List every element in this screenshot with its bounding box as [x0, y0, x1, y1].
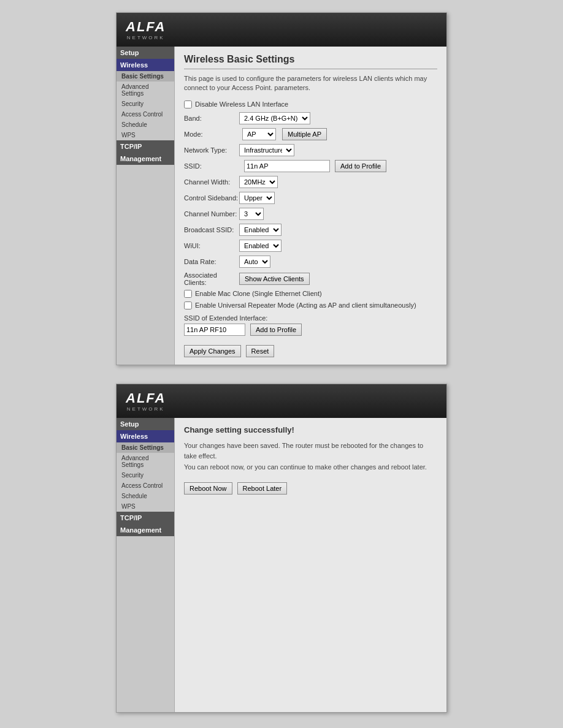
sidebar2-item-security[interactable]: Security	[117, 470, 174, 480]
data-rate-select[interactable]: Auto	[239, 256, 270, 268]
mode-row: Mode: AP Multiple AP	[184, 128, 437, 140]
network-type-row: Network Type: Infrastructure	[184, 144, 437, 156]
disable-wireless-row: Disable Wireless LAN Interface	[184, 100, 437, 108]
ssid-input[interactable]	[244, 160, 330, 172]
extended-ssid-input[interactable]	[184, 324, 245, 336]
control-sideband-row: Control Sideband: Upper	[184, 192, 437, 204]
ssid-row: SSID: Add to Profile	[184, 160, 437, 172]
sidebar-item-wps[interactable]: WPS	[117, 130, 174, 140]
page-description1: This page is used to configure the param…	[184, 74, 437, 93]
sidebar1: Setup Wireless Basic Settings Advanced S…	[117, 47, 175, 365]
multiple-ap-button[interactable]: Multiple AP	[282, 128, 327, 140]
sidebar-management[interactable]: Management	[117, 153, 174, 165]
sidebar-item-security[interactable]: Security	[117, 99, 174, 109]
success-desc-line1: Your changes have been saved. The router…	[184, 441, 437, 462]
channel-number-select[interactable]: 3	[239, 208, 264, 220]
sidebar-item-advanced-settings[interactable]: Advanced Settings	[117, 82, 174, 99]
mode-label: Mode:	[184, 131, 239, 138]
add-to-profile-button[interactable]: Add to Profile	[335, 160, 386, 172]
action-buttons1: Apply Changes Reset	[184, 345, 437, 357]
main-content2: Change setting successfully! Your change…	[175, 418, 446, 712]
success-title: Change setting successfully!	[184, 425, 437, 434]
channel-number-row: Channel Number: 3	[184, 208, 437, 220]
disable-wireless-checkbox[interactable]	[184, 100, 192, 108]
sidebar2-item-basic-settings[interactable]: Basic Settings	[117, 442, 174, 453]
panel2-header: ALFA NETWORK	[117, 384, 446, 418]
sidebar-setup[interactable]: Setup	[117, 47, 174, 59]
control-sideband-label: Control Sideband:	[184, 194, 239, 202]
sidebar2-setup[interactable]: Setup	[117, 418, 174, 430]
disable-wireless-label: Disable Wireless LAN Interface	[195, 100, 288, 108]
universal-repeater-checkbox[interactable]	[184, 301, 192, 309]
sidebar2-item-schedule[interactable]: Schedule	[117, 491, 174, 501]
channel-width-select[interactable]: 20MHz	[239, 176, 278, 188]
band-select[interactable]: 2.4 GHz (B+G+N)	[239, 112, 310, 124]
channel-width-row: Channel Width: 20MHz	[184, 176, 437, 188]
reboot-now-button[interactable]: Reboot Now	[184, 482, 232, 495]
sidebar2: Setup Wireless Basic Settings Advanced S…	[117, 418, 175, 712]
associated-clients-row: Associated Clients: Show Active Clients	[184, 271, 437, 286]
network-type-label: Network Type:	[184, 146, 239, 154]
alfa-logo: ALFA NETWORK	[126, 19, 166, 40]
extended-ssid-label: SSID of Extended Interface:	[184, 314, 437, 322]
panel1-header: ALFA NETWORK	[117, 13, 446, 47]
broadcast-ssid-select[interactable]: Enabled	[239, 224, 282, 236]
universal-repeater-row: Enable Universal Repeater Mode (Acting a…	[184, 301, 437, 309]
band-label: Band:	[184, 115, 239, 122]
mac-clone-row: Enable Mac Clone (Single Ethernet Client…	[184, 290, 437, 298]
broadcast-ssid-row: Broadcast SSID: Enabled	[184, 224, 437, 236]
sidebar-item-basic-settings[interactable]: Basic Settings	[117, 71, 174, 82]
extended-ssid-section: SSID of Extended Interface: Add to Profi…	[184, 314, 437, 336]
wiui-label: WiUI:	[184, 242, 239, 249]
reboot-later-button[interactable]: Reboot Later	[237, 482, 288, 495]
broadcast-ssid-label: Broadcast SSID:	[184, 226, 239, 233]
show-active-clients-button[interactable]: Show Active Clients	[239, 273, 310, 285]
extended-ssid-row: Add to Profile	[184, 324, 437, 336]
data-rate-label: Data Rate:	[184, 258, 239, 265]
universal-repeater-label: Enable Universal Repeater Mode (Acting a…	[195, 301, 416, 309]
page-title1: Wireless Basic Settings	[184, 54, 437, 69]
success-desc-line2: You can reboot now, or you can continue …	[184, 462, 437, 473]
sidebar-item-access-control[interactable]: Access Control	[117, 109, 174, 119]
main-content1: Wireless Basic Settings This page is use…	[175, 47, 446, 365]
reset-button[interactable]: Reset	[246, 345, 275, 357]
alfa-logo2: ALFA NETWORK	[126, 390, 166, 412]
mode-select[interactable]: AP	[242, 128, 276, 140]
ssid-label: SSID:	[184, 162, 239, 170]
sidebar2-item-advanced-settings[interactable]: Advanced Settings	[117, 453, 174, 470]
mac-clone-checkbox[interactable]	[184, 290, 192, 298]
sidebar2-item-wps[interactable]: WPS	[117, 501, 174, 512]
add-to-profile-button2[interactable]: Add to Profile	[250, 324, 302, 336]
action-buttons2: Reboot Now Reboot Later	[184, 482, 437, 495]
band-row: Band: 2.4 GHz (B+G+N)	[184, 112, 437, 124]
channel-number-label: Channel Number:	[184, 210, 239, 218]
sidebar2-wireless[interactable]: Wireless	[117, 430, 174, 442]
network-type-select[interactable]: Infrastructure	[239, 144, 294, 156]
data-rate-row: Data Rate: Auto	[184, 256, 437, 268]
sidebar2-item-access-control[interactable]: Access Control	[117, 480, 174, 491]
wiui-row: WiUI: Enabled	[184, 240, 437, 252]
mac-clone-label: Enable Mac Clone (Single Ethernet Client…	[195, 290, 322, 297]
sidebar-wireless[interactable]: Wireless	[117, 59, 174, 71]
sidebar2-tcpip[interactable]: TCP/IP	[117, 512, 174, 524]
wiui-select[interactable]: Enabled	[239, 240, 282, 252]
sidebar2-management[interactable]: Management	[117, 524, 174, 536]
channel-width-label: Channel Width:	[184, 178, 239, 186]
associated-clients-label: Associated Clients:	[184, 271, 239, 286]
sidebar-tcpip[interactable]: TCP/IP	[117, 140, 174, 153]
apply-changes-button[interactable]: Apply Changes	[184, 345, 241, 357]
success-description: Your changes have been saved. The router…	[184, 441, 437, 473]
sidebar-item-schedule[interactable]: Schedule	[117, 119, 174, 130]
control-sideband-select[interactable]: Upper	[239, 192, 275, 204]
